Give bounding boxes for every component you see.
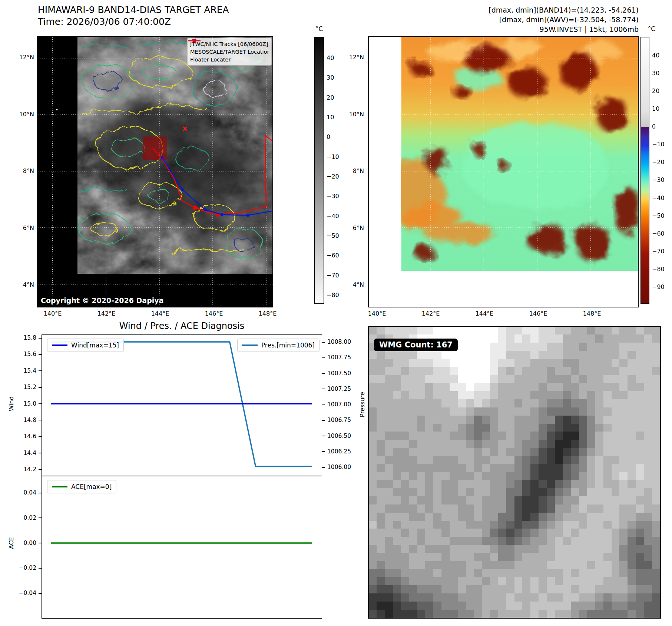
pressure-tick-label: 1006.75 (322, 417, 351, 423)
lat-tick-label: 4°N (23, 282, 34, 288)
colorbar-tick-label: 30 (652, 70, 659, 77)
pressure-legend: Pres.[min=1006] (237, 339, 320, 352)
ace-plot (42, 476, 322, 618)
wind-tick-label: 15.0 (23, 401, 42, 407)
wind-y-axis: 15.815.615.415.215.014.814.614.414.2 (15, 334, 42, 476)
pressure-tick-label: 1007.75 (322, 354, 351, 361)
colorbar-tick-label: 20 (652, 88, 659, 94)
colorbar-tick-label: −50 (327, 233, 339, 239)
wind-line-icon (52, 344, 67, 346)
colorbar-tick-label: 10 (652, 106, 659, 112)
wind-tick-label: 14.4 (23, 450, 42, 456)
lon-tick-label: 146°E (202, 310, 226, 317)
diagnosis-chart-title: Wind / Pres. / ACE Diagnosis (42, 321, 322, 331)
colorbar-tick-label: −10 (652, 141, 665, 148)
pressure-tick-label: 1007.00 (322, 402, 351, 408)
ace-legend: ACE[max=0] (47, 480, 116, 493)
awv-colorbar-unit: °C (644, 25, 659, 33)
ace-tick-label: −0.04 (19, 590, 42, 596)
copyright-text: Copyright © 2020-2026 Dapiya (41, 296, 163, 304)
wind-tick-label: 15.8 (23, 335, 42, 341)
lat-tick-label: 12°N (19, 54, 34, 61)
wmg-count-badge: WMG Count: 167 (374, 339, 458, 351)
wmg-panel: WMG Count: 167 (368, 326, 661, 619)
lat-tick-label: 6°N (23, 225, 34, 232)
lat-tick-label: 10°N (19, 111, 34, 118)
lat-tick-label: 12°N (349, 54, 364, 61)
colorbar-tick-label: −70 (327, 272, 339, 279)
ace-chart: ACE[max=0] (42, 476, 322, 619)
wind-tick-label: 14.6 (23, 433, 42, 440)
pressure-line-icon (242, 344, 258, 346)
band14-map: JTWC/NHC Tracks [06/0600Z] MESOSCALE/TAR… (37, 36, 273, 307)
annotation-line: 95W.INVEST | 15kt, 1006mb (489, 24, 639, 34)
ace-tick-label: 0.04 (23, 490, 42, 496)
colorbar-tick-label: −90 (652, 284, 665, 290)
pressure-tick-label: 1006.50 (322, 433, 351, 439)
wind-tick-label: 15.2 (23, 384, 42, 390)
band14-lat-axis: 12°N10°N8°N6°N4°N (11, 36, 34, 307)
colorbar-tick-label: 40 (652, 52, 659, 59)
ace-tick-label: −0.02 (19, 565, 42, 571)
colorbar-tick-label: −60 (327, 252, 339, 259)
ace-axis-label: ACE (8, 537, 15, 549)
ace-y-axis: 0.040.020.00−0.02−0.04 (15, 476, 42, 619)
wind-pressure-chart: Wind[max=15] Pres.[min=1006] (42, 334, 322, 476)
colorbar-tick-label: 30 (327, 74, 334, 81)
colorbar-tick-label: −30 (652, 177, 665, 183)
band14-lon-axis: 140°E142°E144°E146°E148°E (41, 310, 279, 317)
colorbar-tick-label: −80 (652, 266, 665, 273)
awv-colorbar (640, 37, 649, 304)
pressure-tick-label: 1008.00 (322, 339, 351, 345)
pressure-legend-label: Pres.[min=1006] (261, 342, 315, 349)
colorbar-tick-label: −20 (652, 159, 665, 166)
lon-tick-label: 140°E (41, 310, 64, 317)
awv-annotations: [dmax, dmin](BAND14)=(14.223, -54.261)[d… (489, 5, 639, 34)
pressure-tick-label: 1007.50 (322, 370, 351, 377)
mesoscale-target-box (143, 137, 167, 160)
lon-tick-label: 146°E (526, 310, 550, 317)
wind-tick-label: 14.8 (23, 417, 42, 423)
ace-tick-label: 0.00 (23, 540, 42, 546)
lat-tick-label: 8°N (23, 168, 34, 174)
wind-pressure-plot (42, 335, 322, 476)
colorbar-tick-label: −70 (652, 248, 665, 255)
annotation-line: [dmax, dmin](AWV)=(-32.504, -58.774) (489, 15, 639, 24)
awv-imagery (369, 37, 638, 307)
pressure-tick-label: 1006.00 (322, 464, 351, 470)
map-legend: JTWC/NHC Tracks [06/0600Z] MESOSCALE/TAR… (187, 38, 272, 66)
lon-tick-label: 140°E (365, 310, 389, 317)
awv-map (368, 36, 639, 307)
colorbar-tick-label: 10 (327, 114, 334, 121)
annotation-line: [dmax, dmin](BAND14)=(14.223, -54.261) (489, 5, 639, 15)
colorbar-tick-label: −40 (327, 213, 339, 220)
ace-tick-label: 0.02 (23, 515, 42, 521)
floater-line-icon (190, 56, 269, 63)
pressure-tick-label: 1006.25 (322, 449, 351, 455)
lat-tick-label: 4°N (353, 282, 364, 288)
ace-line-icon (52, 486, 67, 487)
band14-colorbar-unit: °C (312, 25, 327, 33)
colorbar-tick-label: −40 (652, 195, 665, 202)
colorbar-tick-label: 0 (327, 134, 330, 140)
wind-axis-label: Wind (8, 396, 15, 411)
colorbar-tick-label: −60 (652, 230, 665, 237)
band14-colorbar (314, 37, 324, 304)
lat-tick-label: 8°N (353, 168, 364, 174)
wind-tick-label: 14.2 (23, 466, 42, 473)
colorbar-tick-label: −10 (327, 154, 339, 160)
lon-tick-label: 144°E (473, 310, 496, 317)
awv-lat-axis: 12°N10°N8°N6°N4°N (341, 36, 364, 307)
pressure-tick-label: 1007.25 (322, 386, 351, 392)
colorbar-tick-label: 0 (652, 123, 656, 130)
lat-tick-label: 10°N (349, 111, 364, 118)
colorbar-tick-label: 20 (327, 94, 334, 101)
lon-tick-label: 148°E (256, 310, 279, 317)
lon-tick-label: 148°E (580, 310, 604, 317)
band14-imagery (38, 37, 272, 307)
pressure-axis-label: Pressure (359, 392, 366, 417)
band14-panel-time: Time: 2026/03/06 07:40:00Z (38, 16, 171, 27)
wind-tick-label: 15.6 (23, 351, 42, 357)
lon-tick-label: 144°E (148, 310, 172, 317)
wind-legend: Wind[max=15] (47, 339, 124, 352)
